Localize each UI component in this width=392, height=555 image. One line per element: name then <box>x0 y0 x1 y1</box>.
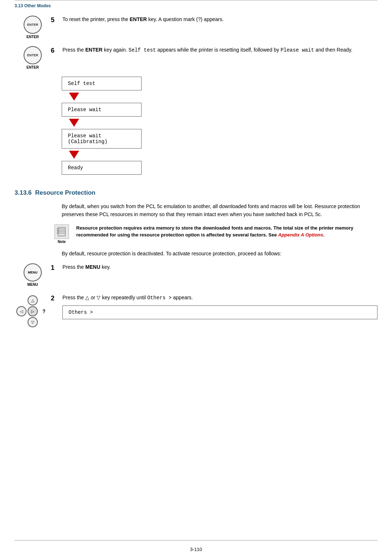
flow-box-3: Please wait (Calibrating) <box>62 129 142 149</box>
section-para2: By default, resource protection is deact… <box>62 250 377 258</box>
enter-button-step5: ENTER <box>24 16 42 34</box>
flow-arrow-1 <box>69 93 79 101</box>
step2-rp-text-pre: Press the △ or ▽ key repeatedly until <box>62 295 147 300</box>
step-2-rp-content: Press the △ or ▽ key repeatedly until Ot… <box>62 294 377 319</box>
breadcrumb: 3.13 Other Modes <box>15 3 392 8</box>
enter-button-step6: ENTER <box>24 46 42 64</box>
step6-code1: Self test <box>128 47 156 53</box>
step-1-rp-row: MENU MENU 1 Press the MENU key. <box>15 263 377 287</box>
step6-code2: Please wait <box>281 47 314 53</box>
svg-rect-5 <box>57 228 59 229</box>
section-title: 3.13.6 Resource Protection <box>15 189 377 197</box>
step-6-number: 6 <box>51 47 58 54</box>
arrow-down-1 <box>69 93 79 101</box>
step6-text-pre: Press the <box>62 47 85 53</box>
step-6-icon-col: ENTER ENTER <box>15 46 51 69</box>
flow-box-4: Ready <box>62 161 142 175</box>
flow-box-2: Please wait <box>62 103 142 117</box>
enter-icon-label-step5: ENTER <box>26 35 39 39</box>
step1-rp-text-post: key. <box>100 264 111 270</box>
note-icon-img <box>54 224 69 239</box>
menu-button: MENU <box>24 263 42 281</box>
others-display-box: Others > <box>62 305 377 319</box>
step5-text-pre: To reset the printer, press the <box>62 16 130 22</box>
step-2-rp-row: △ ◁ ▷ ? ▽ 2 <box>15 294 377 327</box>
notebook-icon <box>57 227 67 237</box>
note-text-end: . <box>323 232 324 238</box>
flow-arrow-2 <box>69 119 79 127</box>
flow-arrow-3 <box>69 151 79 159</box>
enter-icon-label-step6: ENTER <box>26 65 39 69</box>
step-2-rp-text: Press the △ or ▽ key repeatedly until Ot… <box>62 294 377 302</box>
enter-label-step5: ENTER <box>27 23 38 27</box>
step-6-row: ENTER ENTER 6 Press the ENTER key again.… <box>15 46 377 69</box>
note-label: Note <box>58 240 66 244</box>
step5-text-post: key. A question mark (?) appears. <box>147 16 224 22</box>
step6-text-mid2: appears while the printer is resetting i… <box>156 47 281 53</box>
svg-rect-7 <box>57 232 59 234</box>
flow-box-1: Self test <box>62 77 142 90</box>
step1-rp-key: MENU <box>85 264 100 270</box>
step-1-rp-content: Press the MENU key. <box>62 263 377 275</box>
arrow-down-2 <box>69 119 79 127</box>
content-area: ENTER ENTER 5 To reset the printer, pres… <box>15 16 377 356</box>
page-number: 3-110 <box>0 547 392 552</box>
nav-key-up: △ <box>28 295 38 305</box>
menu-label: MENU <box>28 271 38 274</box>
step-5-icon-col: ENTER ENTER <box>15 16 51 39</box>
step-2-rp-icon-col: △ ◁ ▷ ? ▽ <box>15 294 51 327</box>
flow-diagram: Self test Please wait Please wait (Calib… <box>62 77 377 175</box>
enter-label-step6: ENTER <box>27 53 38 57</box>
step-5-content: To reset the printer, press the ENTER ke… <box>62 16 377 27</box>
step6-text-mid1: key again. <box>102 47 128 53</box>
note-link[interactable]: Appendix A Options <box>278 232 323 238</box>
step2-rp-text-post: appears. <box>172 295 193 300</box>
top-border <box>15 0 377 3</box>
nav-key-left: ◁ <box>16 306 26 316</box>
nav-key-down: ▽ <box>28 317 38 327</box>
section-heading: Resource Protection <box>35 189 95 196</box>
step-6-content: Press the ENTER key again. Self test app… <box>62 46 377 58</box>
step-1-rp-text: Press the MENU key. <box>62 263 377 271</box>
arrow-down-3 <box>69 151 79 159</box>
step-5-row: ENTER ENTER 5 To reset the printer, pres… <box>15 16 377 39</box>
step-5-text: To reset the printer, press the ENTER ke… <box>62 16 377 23</box>
step6-key: ENTER <box>85 47 102 53</box>
step5-key: ENTER <box>130 16 147 22</box>
svg-rect-6 <box>57 230 59 231</box>
step2-rp-code: Others > <box>147 295 172 301</box>
step-1-rp-icon-col: MENU MENU <box>15 263 51 287</box>
step-5-number: 5 <box>51 16 58 24</box>
step1-rp-text-pre: Press the <box>62 264 85 270</box>
nav-key-question: ? <box>39 306 49 316</box>
section-id: 3.13.6 <box>15 189 32 196</box>
section-para1: By default, when you switch from the PCL… <box>62 202 377 219</box>
nav-key-right: ▷ <box>28 306 38 316</box>
menu-icon-label: MENU <box>27 283 38 287</box>
page: 3.13 Other Modes ENTER ENTER 5 To reset … <box>0 0 392 555</box>
step6-text-post: and then Ready. <box>314 47 352 53</box>
step-2-rp-number: 2 <box>51 295 58 302</box>
step-1-rp-number: 1 <box>51 264 58 272</box>
bottom-border <box>15 540 377 540</box>
note-box: Note Resource protection requires extra … <box>51 224 377 244</box>
note-icon-col: Note <box>51 224 73 244</box>
step-6-text: Press the ENTER key again. Self test app… <box>62 46 377 54</box>
note-text: Resource protection requires extra memor… <box>73 224 377 239</box>
